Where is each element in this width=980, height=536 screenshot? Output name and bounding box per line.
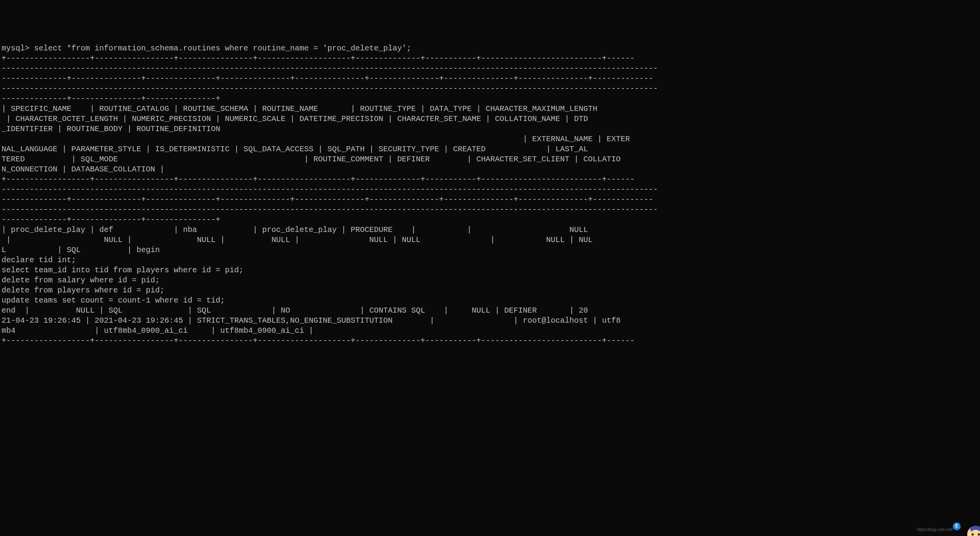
column-header: | CHARACTER_OCTET_LENGTH | NUMERIC_PRECI…: [2, 114, 588, 123]
separator: +------------------+-----------------+--…: [2, 336, 634, 345]
separator: --------------+---------------+---------…: [2, 215, 220, 224]
separator: ----------------------------------------…: [2, 64, 658, 73]
separator: --------------+---------------+---------…: [2, 94, 220, 103]
data-row: mb4 | utf8mb4_0900_ai_ci | utf8mb4_0900_…: [2, 326, 313, 335]
column-header: | SPECIFIC_NAME | ROUTINE_CATALOG | ROUT…: [2, 104, 597, 113]
data-row: L | SQL | begin: [2, 246, 160, 254]
data-row: delete from players where id = pid;: [2, 286, 164, 295]
column-header: TERED | SQL_MODE | ROUTINE_COMMENT | DEF…: [2, 155, 620, 164]
separator: --------------+---------------+---------…: [2, 195, 653, 204]
data-row: declare tid int;: [2, 256, 76, 265]
data-row: update teams set count = count-1 where i…: [2, 296, 225, 305]
data-row: | proc_delete_play | def | nba | proc_de…: [2, 225, 588, 234]
data-row: end | NULL | SQL | SQL | NO | CONTAINS S…: [2, 306, 588, 315]
column-header: | EXTERNAL_NAME | EXTER: [2, 135, 630, 144]
separator: ----------------------------------------…: [2, 205, 658, 214]
separator: +------------------+-----------------+--…: [2, 175, 634, 184]
separator: ----------------------------------------…: [2, 185, 658, 194]
mysql-prompt: mysql>: [2, 44, 34, 53]
separator: +------------------+-----------------+--…: [2, 54, 634, 63]
column-header: _IDENTIFIER | ROUTINE_BODY | ROUTINE_DEF…: [2, 124, 220, 133]
data-row: 21-04-23 19:26:45 | 2021-04-23 19:26:45 …: [2, 316, 620, 325]
column-header: N_CONNECTION | DATABASE_COLLATION |: [2, 165, 164, 174]
data-row: | NULL | NULL | NULL | NULL | NULL | NUL…: [2, 235, 593, 244]
terminal-output: mysql> select *from information_schema.r…: [2, 43, 978, 346]
column-header: NAL_LANGUAGE | PARAMETER_STYLE | IS_DETE…: [2, 145, 588, 154]
data-row: delete from salary where id = pid;: [2, 276, 160, 285]
sql-query: select *from information_schema.routines…: [34, 44, 411, 53]
separator: ----------------------------------------…: [2, 84, 658, 93]
separator: --------------+---------------+---------…: [2, 74, 653, 83]
data-row: select team_id into tid from players whe…: [2, 266, 244, 275]
